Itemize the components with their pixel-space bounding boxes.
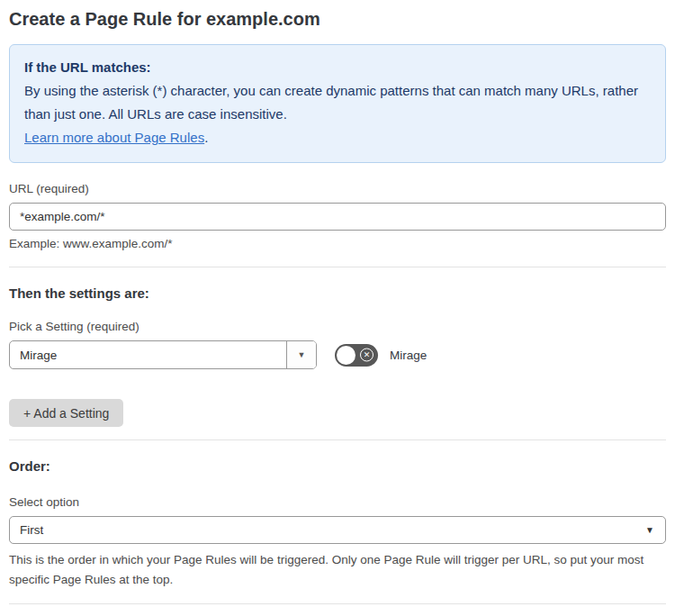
- page-title: Create a Page Rule for example.com: [9, 9, 666, 30]
- setting-picker-dropdown[interactable]: Mirage ▼: [9, 340, 317, 369]
- info-box-heading: If the URL matches:: [24, 56, 651, 79]
- url-input[interactable]: [9, 203, 666, 231]
- toggle-off-x-icon: ✕: [360, 349, 374, 362]
- create-page-rule-panel: Create a Page Rule for example.com If th…: [0, 0, 675, 616]
- setting-picker-arrow-button[interactable]: ▼: [286, 341, 316, 368]
- order-hint: This is the order in which your Page Rul…: [9, 550, 666, 590]
- order-section-heading: Order:: [9, 458, 666, 474]
- chevron-down-icon: ▼: [645, 525, 654, 535]
- info-box-body: By using the asterisk (*) character, you…: [24, 79, 651, 149]
- toggle-knob: [337, 346, 356, 365]
- url-field-label: URL (required): [9, 182, 666, 195]
- toggle-label: Mirage: [390, 349, 427, 362]
- order-select-value: First: [20, 523, 645, 537]
- info-box-body-text: By using the asterisk (*) character, you…: [24, 83, 638, 122]
- url-match-info-box: If the URL matches: By using the asteris…: [9, 44, 666, 163]
- setting-picker-value: Mirage: [10, 341, 286, 368]
- info-link-suffix: .: [204, 130, 208, 145]
- chevron-down-icon: ▼: [298, 350, 306, 359]
- pick-setting-label: Pick a Setting (required): [9, 320, 666, 333]
- add-setting-button[interactable]: + Add a Setting: [9, 399, 123, 427]
- settings-section-heading: Then the settings are:: [9, 285, 666, 301]
- divider: [9, 439, 666, 440]
- divider: [9, 603, 666, 604]
- divider: [9, 267, 666, 267]
- url-field-hint: Example: www.example.com/*: [9, 237, 666, 250]
- setting-row: Mirage ▼ ✕ Mirage: [9, 340, 666, 369]
- mirage-toggle[interactable]: ✕: [335, 344, 378, 367]
- learn-more-link[interactable]: Learn more about Page Rules: [24, 130, 204, 145]
- order-select[interactable]: First ▼: [9, 516, 666, 544]
- order-select-label: Select option: [9, 495, 666, 509]
